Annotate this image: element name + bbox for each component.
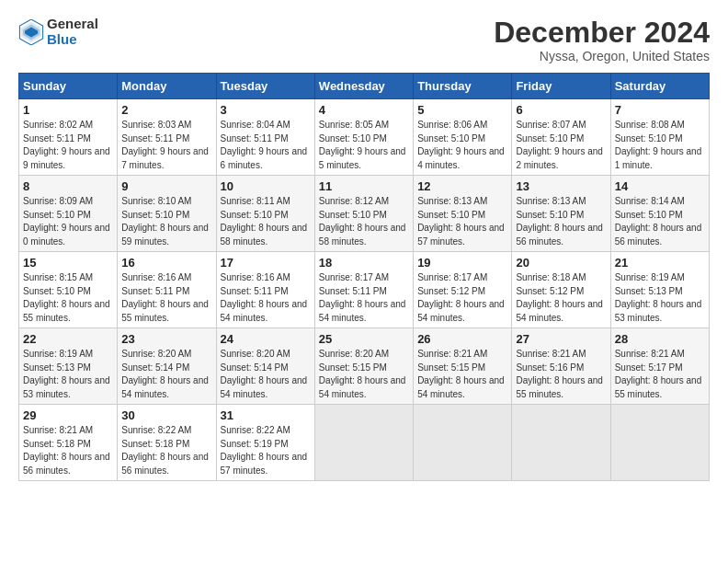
page-container: General Blue December 2024 Nyssa, Oregon… [0,0,728,490]
table-row: 23 Sunrise: 8:20 AMSunset: 5:14 PMDaylig… [118,328,216,405]
logo-icon [18,19,44,45]
month-title: December 2024 [494,17,710,49]
empty-cell [414,405,512,481]
table-row: 29 Sunrise: 8:21 AMSunset: 5:18 PMDaylig… [19,405,118,481]
table-row: 27 Sunrise: 8:21 AMSunset: 5:16 PMDaylig… [512,328,610,405]
week-row-3: 15 Sunrise: 8:15 AMSunset: 5:10 PMDaylig… [19,252,710,328]
week-row-2: 8 Sunrise: 8:09 AMSunset: 5:10 PMDayligh… [19,176,710,252]
header-friday: Friday [512,74,610,99]
header-tuesday: Tuesday [216,74,314,99]
header-thursday: Thursday [414,74,512,99]
calendar-table: Sunday Monday Tuesday Wednesday Thursday… [18,73,710,481]
table-row: 5 Sunrise: 8:06 AMSunset: 5:10 PMDayligh… [414,99,512,176]
logo: General Blue [18,17,98,47]
table-row: 30 Sunrise: 8:22 AMSunset: 5:18 PMDaylig… [118,405,216,481]
table-row: 14 Sunrise: 8:14 AMSunset: 5:10 PMDaylig… [610,176,709,252]
table-row: 24 Sunrise: 8:20 AMSunset: 5:14 PMDaylig… [216,328,314,405]
table-row: 1 Sunrise: 8:02 AMSunset: 5:11 PMDayligh… [19,99,118,176]
logo-blue: Blue [47,32,98,48]
header-saturday: Saturday [610,74,709,99]
days-header-row: Sunday Monday Tuesday Wednesday Thursday… [19,74,710,99]
empty-cell [512,405,610,481]
table-row: 21 Sunrise: 8:19 AMSunset: 5:13 PMDaylig… [610,252,709,328]
table-row: 8 Sunrise: 8:09 AMSunset: 5:10 PMDayligh… [19,176,118,252]
table-row: 26 Sunrise: 8:21 AMSunset: 5:15 PMDaylig… [414,328,512,405]
empty-cell [314,405,413,481]
table-row: 6 Sunrise: 8:07 AMSunset: 5:10 PMDayligh… [512,99,610,176]
table-row: 31 Sunrise: 8:22 AMSunset: 5:19 PMDaylig… [216,405,314,481]
week-row-5: 29 Sunrise: 8:21 AMSunset: 5:18 PMDaylig… [19,405,710,481]
table-row: 16 Sunrise: 8:16 AMSunset: 5:11 PMDaylig… [118,252,216,328]
table-row: 2 Sunrise: 8:03 AMSunset: 5:11 PMDayligh… [118,99,216,176]
logo-text: General Blue [47,17,98,47]
title-block: December 2024 Nyssa, Oregon, United Stat… [494,17,710,63]
table-row: 18 Sunrise: 8:17 AMSunset: 5:11 PMDaylig… [314,252,413,328]
table-row: 28 Sunrise: 8:21 AMSunset: 5:17 PMDaylig… [610,328,709,405]
header-sunday: Sunday [19,74,118,99]
location: Nyssa, Oregon, United States [494,49,710,63]
table-row: 4 Sunrise: 8:05 AMSunset: 5:10 PMDayligh… [314,99,413,176]
header-wednesday: Wednesday [314,74,413,99]
header: General Blue December 2024 Nyssa, Oregon… [18,17,710,63]
table-row: 13 Sunrise: 8:13 AMSunset: 5:10 PMDaylig… [512,176,610,252]
logo-general: General [47,17,98,32]
table-row: 20 Sunrise: 8:18 AMSunset: 5:12 PMDaylig… [512,252,610,328]
week-row-4: 22 Sunrise: 8:19 AMSunset: 5:13 PMDaylig… [19,328,710,405]
table-row: 10 Sunrise: 8:11 AMSunset: 5:10 PMDaylig… [216,176,314,252]
table-row: 11 Sunrise: 8:12 AMSunset: 5:10 PMDaylig… [314,176,413,252]
table-row: 15 Sunrise: 8:15 AMSunset: 5:10 PMDaylig… [19,252,118,328]
table-row: 9 Sunrise: 8:10 AMSunset: 5:10 PMDayligh… [118,176,216,252]
table-row: 12 Sunrise: 8:13 AMSunset: 5:10 PMDaylig… [414,176,512,252]
table-row: 17 Sunrise: 8:16 AMSunset: 5:11 PMDaylig… [216,252,314,328]
table-row: 25 Sunrise: 8:20 AMSunset: 5:15 PMDaylig… [314,328,413,405]
header-monday: Monday [118,74,216,99]
table-row: 22 Sunrise: 8:19 AMSunset: 5:13 PMDaylig… [19,328,118,405]
week-row-1: 1 Sunrise: 8:02 AMSunset: 5:11 PMDayligh… [19,99,710,176]
table-row: 3 Sunrise: 8:04 AMSunset: 5:11 PMDayligh… [216,99,314,176]
table-row: 7 Sunrise: 8:08 AMSunset: 5:10 PMDayligh… [610,99,709,176]
table-row: 19 Sunrise: 8:17 AMSunset: 5:12 PMDaylig… [414,252,512,328]
empty-cell [610,405,709,481]
